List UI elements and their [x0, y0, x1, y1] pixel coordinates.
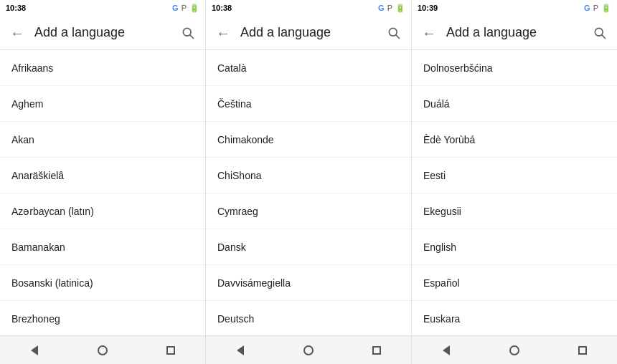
search-icon: [387, 26, 401, 40]
recents-nav-button[interactable]: [362, 336, 391, 365]
battery-icon: 🔋: [395, 4, 405, 13]
list-item[interactable]: Davvisámegiella: [206, 265, 411, 301]
language-list-3: DolnoserbšćinaDuáláÈdè YorùbáEestiEkegus…: [412, 50, 617, 335]
page-title: Add a language: [240, 25, 382, 40]
chevron-left-icon: ←: [422, 26, 436, 40]
recents-nav-button[interactable]: [156, 336, 185, 365]
svg-line-3: [396, 34, 400, 38]
status-icons: G P 🔋: [378, 4, 405, 13]
home-nav-button[interactable]: [294, 336, 323, 365]
app-bar-3: ← Add a language: [412, 16, 617, 50]
back-nav-icon: [237, 345, 244, 355]
search-icon: [181, 26, 195, 40]
recents-nav-button[interactable]: [568, 336, 597, 365]
home-nav-button[interactable]: [500, 336, 529, 365]
back-button[interactable]: ←: [6, 21, 29, 44]
list-item[interactable]: Dansk: [206, 229, 411, 265]
nav-bar-2: [206, 335, 411, 364]
back-nav-icon: [31, 345, 38, 355]
back-nav-button[interactable]: [432, 336, 461, 365]
list-item[interactable]: Akan: [0, 122, 205, 158]
app-bar-2: ← Add a language: [206, 16, 411, 50]
language-name: Bamanakan: [11, 241, 65, 253]
list-item[interactable]: Bosanski (latinica): [0, 265, 205, 301]
p-icon: P: [387, 4, 392, 12]
back-button[interactable]: ←: [418, 21, 441, 44]
language-name: Brezhoneg: [11, 313, 60, 325]
language-name: English: [423, 241, 456, 253]
recents-nav-icon: [372, 346, 381, 355]
language-name: Bosanski (latinica): [11, 277, 93, 289]
language-list-2: CatalàČeštinaChimakondeChiShonaCymraegDa…: [206, 50, 411, 335]
list-item[interactable]: Bamanakan: [0, 229, 205, 265]
back-button[interactable]: ←: [212, 21, 235, 44]
home-nav-icon: [303, 345, 314, 355]
nav-bar-1: [0, 335, 205, 364]
recents-nav-icon: [166, 346, 175, 355]
list-item[interactable]: Català: [206, 50, 411, 86]
list-item[interactable]: Aghem: [0, 86, 205, 122]
time-text: 10:38: [6, 4, 26, 12]
language-name: Čeština: [217, 98, 251, 110]
nav-bar-3: [412, 335, 617, 364]
g-icon: G: [378, 4, 385, 12]
panel-2: 10:38 G P 🔋 ← Add a language CatalàČešti…: [206, 0, 412, 364]
language-name: ChiShona: [217, 170, 262, 181]
battery-icon: 🔋: [189, 4, 199, 13]
language-name: Davvisámegiella: [217, 277, 291, 289]
list-item[interactable]: Euskara: [412, 301, 617, 335]
search-button[interactable]: [588, 21, 611, 44]
language-name: Català: [217, 62, 246, 74]
battery-icon: 🔋: [601, 4, 611, 13]
back-nav-button[interactable]: [226, 336, 255, 365]
list-item[interactable]: Chimakonde: [206, 122, 411, 158]
time-text: 10:38: [212, 4, 232, 12]
app-bar-1: ← Add a language: [0, 16, 205, 50]
svg-line-1: [190, 34, 194, 38]
back-nav-icon: [443, 345, 450, 355]
list-item[interactable]: Eesti: [412, 158, 617, 193]
language-name: Euskara: [423, 313, 460, 325]
list-item[interactable]: Azərbaycan (latın): [0, 193, 205, 229]
language-name: Chimakonde: [217, 134, 274, 145]
list-item[interactable]: Èdè Yorùbá: [412, 122, 617, 158]
list-item[interactable]: Anaräškielâ: [0, 158, 205, 193]
list-item[interactable]: Cymraeg: [206, 193, 411, 229]
search-icon: [593, 26, 607, 40]
language-name: Ekegusii: [423, 206, 461, 217]
list-item[interactable]: English: [412, 229, 617, 265]
list-item[interactable]: Español: [412, 265, 617, 301]
search-button[interactable]: [382, 21, 405, 44]
search-button[interactable]: [176, 21, 199, 44]
list-item[interactable]: Deutsch: [206, 301, 411, 335]
status-icons: G P 🔋: [172, 4, 199, 13]
list-item[interactable]: Afrikaans: [0, 50, 205, 86]
language-list-1: AfrikaansAghemAkanAnaräškielâAzərbaycan …: [0, 50, 205, 335]
g-icon: G: [172, 4, 179, 12]
status-bar-1: 10:38 G P 🔋: [0, 0, 205, 16]
list-item[interactable]: ChiShona: [206, 158, 411, 193]
status-time: 10:38: [212, 4, 232, 12]
language-name: Cymraeg: [217, 206, 258, 217]
svg-line-5: [602, 34, 606, 38]
list-item[interactable]: Ekegusii: [412, 193, 617, 229]
status-time: 10:38: [6, 4, 26, 12]
panels-container: 10:38 G P 🔋 ← Add a language AfrikaansAg…: [0, 0, 617, 364]
page-title: Add a language: [446, 25, 588, 40]
language-name: Anaräškielâ: [11, 170, 64, 181]
recents-nav-icon: [578, 346, 587, 355]
home-nav-button[interactable]: [88, 336, 117, 365]
language-name: Deutsch: [217, 313, 254, 325]
home-nav-icon: [98, 345, 108, 355]
status-bar-2: 10:38 G P 🔋: [206, 0, 411, 16]
chevron-left-icon: ←: [216, 26, 230, 40]
language-name: Afrikaans: [11, 62, 53, 74]
language-name: Dolnoserbšćina: [423, 62, 493, 74]
status-time: 10:39: [418, 4, 438, 12]
back-nav-button[interactable]: [20, 336, 49, 365]
language-name: Dansk: [217, 241, 246, 253]
list-item[interactable]: Duálá: [412, 86, 617, 122]
list-item[interactable]: Brezhoneg: [0, 301, 205, 335]
list-item[interactable]: Dolnoserbšćina: [412, 50, 617, 86]
list-item[interactable]: Čeština: [206, 86, 411, 122]
